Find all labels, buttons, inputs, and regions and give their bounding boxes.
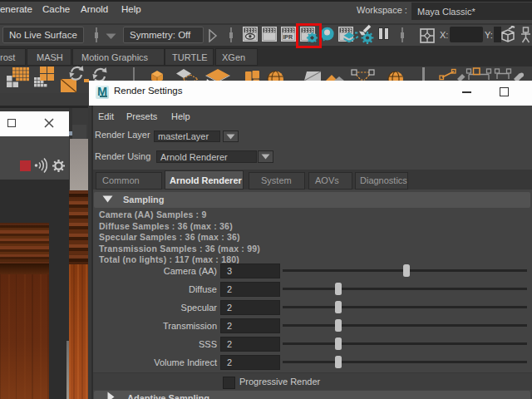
svg-text:IPR: IPR [283,34,293,40]
